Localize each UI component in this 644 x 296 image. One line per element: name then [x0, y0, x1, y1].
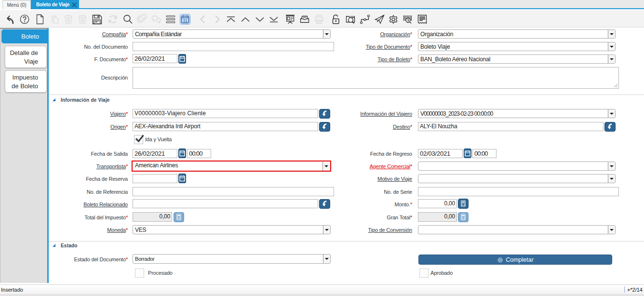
svg-text:31: 31: [183, 18, 188, 23]
